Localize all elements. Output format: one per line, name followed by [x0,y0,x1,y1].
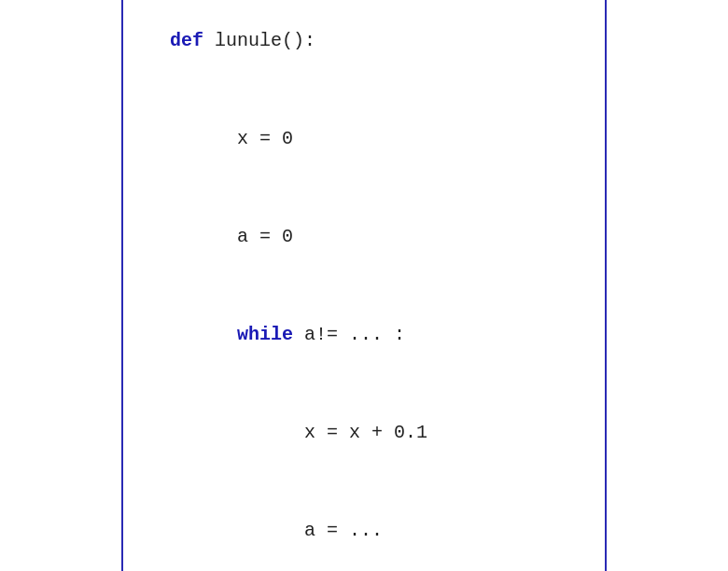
code-text: x = x + 0.1 [170,422,427,443]
code-line-6: x = x + 0.1 [170,416,558,449]
code-line-4: a = 0 [170,220,558,253]
code-line-3: x = 0 [170,122,558,155]
code-line-7: a = ... [170,514,558,547]
code-text: lunule(): [203,30,315,51]
code-text: x = 0 [170,128,293,149]
keyword-def: def [170,30,203,51]
code-text: a = ... [170,520,383,541]
code-line-2: def lunule(): [170,24,558,57]
code-text: a!= ... : [293,324,405,345]
code-line-5: while a!= ... : [170,318,558,351]
code-block: from math import pi def lunule(): x = 0 … [170,0,558,571]
keyword-while: while [170,324,293,345]
code-text: a = 0 [170,226,293,247]
code-card: from math import pi def lunule(): x = 0 … [121,0,607,571]
